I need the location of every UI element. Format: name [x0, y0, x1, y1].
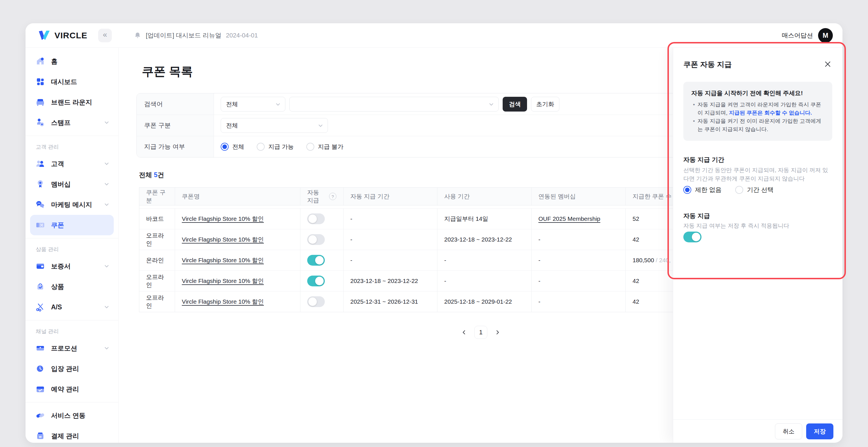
radio-icon — [221, 143, 229, 151]
notice-box-title: 자동 지급을 시작하기 전에 확인해 주세요! — [691, 89, 824, 97]
filter-label-coupon-type: 쿠폰 구분 — [137, 115, 214, 136]
cell-membership: - — [532, 229, 626, 250]
help-tooltip-icon[interactable]: ? — [329, 193, 336, 200]
membership-link[interactable]: OUF 2025 Membership — [538, 215, 600, 222]
product-icon — [35, 281, 45, 292]
filter-keyword-controls: 전체 검색 초기화 — [214, 93, 693, 115]
column-header-auto: 자동 지급 ? — [300, 187, 343, 206]
page-number[interactable]: 1 — [474, 326, 487, 339]
auto-issue-toggle[interactable] — [307, 296, 325, 307]
coupon-name-link[interactable]: Vircle Flagship Store 10% 할인 — [182, 277, 264, 285]
cell-coupon-name: Vircle Flagship Store 10% 할인 — [175, 250, 300, 270]
sidebar-item-dashboard[interactable]: 대시보드 — [30, 71, 114, 92]
notice-bullet: 자동 지급을 켜면 고객이 라운지에 가입한 즉시 쿠폰이 지급되며, 지급된 … — [691, 100, 824, 117]
sidebar-item-label: 상품 — [51, 282, 64, 291]
cell-coupon-type: 오프라인 — [139, 291, 175, 312]
chevron-down-icon — [103, 202, 110, 208]
period-option-unlimited[interactable]: 제한 없음 — [683, 186, 722, 194]
cell-auto-toggle — [300, 270, 343, 291]
cell-coupon-name: Vircle Flagship Store 10% 할인 — [175, 208, 300, 229]
chevron-down-icon — [103, 345, 110, 351]
coupon-name-link[interactable]: Vircle Flagship Store 10% 할인 — [182, 298, 264, 306]
sidebar-item-label: 고객 — [51, 159, 64, 168]
availability-option-all[interactable]: 전체 — [221, 143, 244, 151]
availability-option-issuable[interactable]: 지급 가능 — [257, 143, 294, 151]
dashboard-icon — [35, 77, 45, 87]
sidebar-item-entry[interactable]: 입장 관리 — [30, 358, 114, 379]
sidebar-item-stamp[interactable]: 스탬프 — [30, 112, 114, 133]
sidebar-item-marketing-message[interactable]: 마케팅 메시지 — [30, 195, 114, 215]
auto-issue-toggle[interactable] — [307, 213, 325, 224]
sidebar-item-label: 대시보드 — [51, 78, 77, 86]
close-icon[interactable] — [823, 60, 832, 69]
avatar[interactable]: M — [818, 28, 833, 43]
coupon-auto-issue-drawer: 쿠폰 자동 지급 자동 지급을 시작하기 전에 확인해 주세요! 자동 지급을 … — [673, 48, 842, 443]
cell-auto-toggle — [300, 229, 343, 250]
keyword-type-select[interactable]: 전체 — [221, 97, 285, 112]
cell-coupon-type: 오프라인 — [139, 229, 175, 250]
save-button[interactable]: 저장 — [806, 423, 833, 439]
sidebar-item-payment[interactable]: w 결제 관리 — [30, 426, 114, 443]
result-count-prefix: 전체 — [139, 171, 154, 179]
search-button[interactable]: 검색 — [503, 97, 527, 112]
auto-issue-period-title: 자동 지급 기간 — [683, 155, 724, 164]
sidebar-item-warranty[interactable]: 보증서 — [30, 256, 114, 276]
auto-issue-toggle[interactable] — [307, 275, 325, 286]
auto-issue-master-toggle[interactable] — [683, 232, 702, 242]
issued-count: 52 — [632, 215, 639, 222]
sidebar-item-product[interactable]: 상품 — [30, 276, 114, 297]
result-count-suffix: 건 — [157, 171, 164, 179]
cell-coupon-type: 바코드 — [139, 208, 175, 229]
availability-option-not-issuable[interactable]: 지급 불가 — [306, 143, 343, 151]
cancel-button[interactable]: 취소 — [775, 423, 802, 439]
sidebar-item-customers[interactable]: 고객 — [30, 153, 114, 174]
user-menu[interactable]: 매스어답션 M — [782, 28, 833, 43]
auto-issue-toggle[interactable] — [307, 255, 325, 266]
membership-icon — [35, 179, 45, 189]
keyword-search-input[interactable] — [289, 97, 499, 112]
promotion-icon — [35, 343, 45, 353]
sidebar-item-integration[interactable]: 서비스 연동 — [30, 405, 114, 426]
repair-icon — [35, 302, 45, 312]
filter-box: 검색어 전체 검색 초기화 쿠폰 구분 전체 지급 가능 여부 전체 — [136, 93, 694, 157]
coupon-name-link[interactable]: Vircle Flagship Store 10% 할인 — [182, 215, 264, 223]
chevron-left-icon[interactable] — [459, 327, 469, 337]
coupon-name-link[interactable]: Vircle Flagship Store 10% 할인 — [182, 236, 264, 243]
sidebar-item-label: 쿠폰 — [51, 221, 64, 230]
radio-icon — [683, 186, 691, 194]
auto-issue-desc: 자동 지급 여부는 저장 후 즉시 적용됩니다 — [683, 221, 831, 230]
keyword-type-value: 전체 — [226, 100, 238, 108]
sidebar-item-home[interactable]: 홈 — [30, 51, 114, 71]
cell-use-period: 2025-12-18 ~ 2029-01-22 — [437, 291, 532, 312]
sidebar-item-brand-lounge[interactable]: 브랜드 라운지 — [30, 92, 114, 112]
cell-auto-period: - — [343, 250, 437, 270]
sidebar-item-coupon[interactable]: 쿠폰 — [30, 215, 114, 235]
chevron-right-icon[interactable] — [492, 327, 503, 337]
cell-use-period: - — [437, 250, 532, 270]
sidebar-collapse-button[interactable]: « — [98, 29, 112, 42]
sidebar-item-reservation[interactable]: 예약 관리 — [30, 379, 114, 399]
chevron-down-icon — [103, 119, 110, 126]
sidebar-item-repair[interactable]: A/S — [30, 297, 114, 317]
cell-use-period: 2023-12-18 ~ 2023-12-22 — [437, 229, 532, 250]
notice-bar[interactable]: [업데이트] 대시보드 리뉴얼 2024-04-01 — [134, 31, 258, 40]
coupon-type-select[interactable]: 전체 — [221, 118, 328, 133]
chevron-down-icon — [275, 101, 281, 109]
coupon-icon — [35, 220, 45, 230]
auto-issue-toggle[interactable] — [307, 234, 325, 245]
sidebar-item-label: 홈 — [51, 57, 58, 66]
reset-button[interactable]: 초기화 — [531, 97, 559, 112]
period-option-select-range[interactable]: 기간 선택 — [735, 186, 774, 194]
sidebar-item-promotion[interactable]: 프로모션 — [30, 338, 114, 358]
cell-auto-period: - — [343, 229, 437, 250]
radio-icon — [257, 143, 265, 151]
sidebar-item-label: 결제 관리 — [51, 432, 79, 441]
coupon-name-link[interactable]: Vircle Flagship Store 10% 할인 — [182, 256, 264, 264]
cell-membership: OUF 2025 Membership — [532, 208, 626, 229]
cell-auto-toggle — [300, 208, 343, 229]
chevron-down-icon — [488, 101, 494, 109]
sidebar-item-label: 스탬프 — [51, 118, 71, 127]
notice-date: 2024-04-01 — [226, 32, 258, 39]
integration-icon — [35, 410, 45, 421]
sidebar-item-membership[interactable]: 멤버십 — [30, 174, 114, 195]
